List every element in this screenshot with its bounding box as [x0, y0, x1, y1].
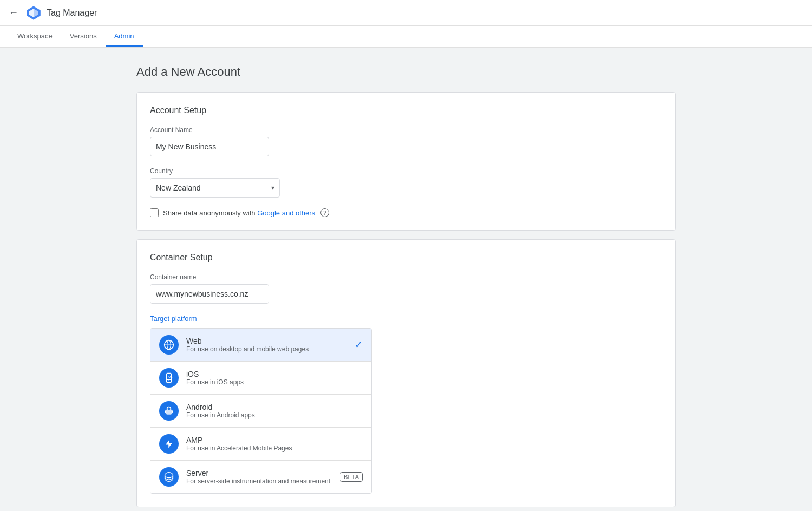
platform-server-name: Server	[186, 469, 330, 477]
platform-web-desc: For use on desktop and mobile web pages	[186, 345, 309, 353]
country-field: Country New Zealand Australia United Sta…	[150, 167, 662, 198]
tag-manager-logo	[25, 4, 42, 22]
page-content: Add a New Account Account Setup Account …	[0, 48, 812, 511]
account-setup-title: Account Setup	[150, 106, 662, 115]
platform-ios-desc: For use in iOS apps	[186, 378, 244, 386]
share-data-label[interactable]: Share data anonymously with Google and o…	[163, 209, 315, 217]
share-data-row: Share data anonymously with Google and o…	[150, 208, 662, 217]
account-name-input[interactable]	[150, 137, 269, 156]
platform-server-text: Server For server-side instrumentation a…	[186, 469, 330, 485]
container-name-label: Container name	[150, 273, 662, 281]
svg-marker-15	[166, 440, 172, 448]
platform-item-web[interactable]: Web For use on desktop and mobile web pa…	[150, 329, 371, 362]
account-name-field: Account Name	[150, 126, 662, 156]
platform-item-server[interactable]: Server For server-side instrumentation a…	[150, 461, 371, 493]
platform-item-amp[interactable]: AMP For use in Accelerated Mobile Pages	[150, 428, 371, 461]
platform-ios-name: iOS	[186, 370, 244, 378]
country-select[interactable]: New Zealand Australia United States Unit…	[150, 178, 280, 198]
platform-amp-text: AMP For use in Accelerated Mobile Pages	[186, 436, 292, 452]
platform-web-name: Web	[186, 337, 309, 345]
container-name-field: Container name	[150, 273, 662, 304]
share-data-link[interactable]: Google and others	[257, 209, 315, 217]
platform-server-desc: For server-side instrumentation and meas…	[186, 477, 330, 485]
country-select-wrapper: New Zealand Australia United States Unit…	[150, 178, 280, 198]
nav-item-admin[interactable]: Admin	[106, 26, 143, 47]
svg-point-11	[167, 409, 168, 410]
ios-platform-icon: iOS	[159, 368, 179, 388]
amp-platform-icon	[159, 434, 179, 454]
platform-android-text: Android For use in Android apps	[186, 403, 255, 419]
back-button[interactable]: ←	[9, 7, 18, 18]
server-platform-icon	[159, 467, 179, 487]
platform-list: Web For use on desktop and mobile web pa…	[150, 328, 372, 494]
account-name-label: Account Name	[150, 126, 662, 134]
platform-item-ios[interactable]: iOS iOS For use in iOS apps	[150, 362, 371, 395]
platform-amp-name: AMP	[186, 436, 292, 444]
account-setup-card: Account Setup Account Name Country New Z…	[136, 92, 676, 231]
platform-web-check: ✓	[355, 339, 363, 351]
platform-android-desc: For use in Android apps	[186, 411, 255, 419]
country-label: Country	[150, 167, 662, 175]
back-arrow-icon: ←	[9, 7, 18, 18]
android-platform-icon	[159, 401, 179, 421]
container-setup-title: Container Setup	[150, 253, 662, 263]
web-platform-icon	[159, 335, 179, 355]
app-title: Tag Manager	[47, 8, 97, 18]
page-heading: Add a New Account	[136, 65, 676, 79]
target-platform-section: Target platform Web	[150, 315, 662, 494]
svg-text:iOS: iOS	[168, 375, 173, 378]
platform-item-android[interactable]: Android For use in Android apps	[150, 395, 371, 428]
help-icon[interactable]: ?	[320, 208, 329, 217]
platform-amp-desc: For use in Accelerated Mobile Pages	[186, 444, 292, 452]
platform-ios-text: iOS For use in iOS apps	[186, 370, 244, 386]
container-name-input[interactable]	[150, 284, 269, 304]
nav-item-workspace[interactable]: Workspace	[9, 26, 61, 47]
topbar: ← Tag Manager	[0, 0, 812, 26]
svg-point-12	[170, 409, 171, 410]
platform-web-text: Web For use on desktop and mobile web pa…	[186, 337, 309, 353]
share-data-checkbox[interactable]	[150, 208, 159, 217]
svg-point-8	[168, 380, 169, 381]
nav-bar: Workspace Versions Admin	[0, 26, 812, 48]
target-platform-label: Target platform	[150, 315, 662, 323]
platform-android-name: Android	[186, 403, 255, 411]
nav-item-versions[interactable]: Versions	[61, 26, 106, 47]
main-area: Add a New Account Account Setup Account …	[119, 65, 693, 511]
container-setup-card: Container Setup Container name Target pl…	[136, 239, 676, 507]
beta-badge: BETA	[340, 472, 363, 482]
